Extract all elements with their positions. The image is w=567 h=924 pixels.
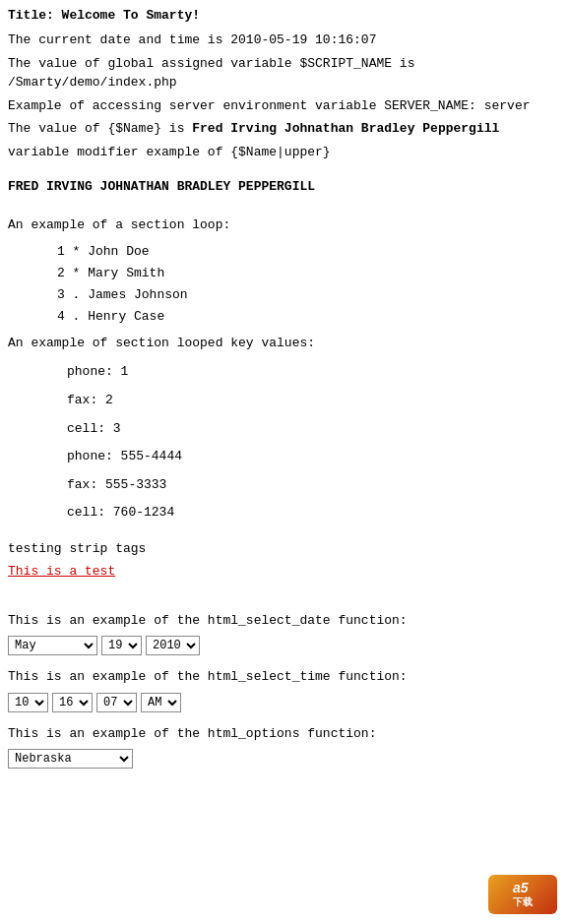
year-select[interactable]: 20082009201020112012 xyxy=(146,636,200,655)
month-select[interactable]: JanuaryFebruaryMarchAprilMayJuneJulyAugu… xyxy=(8,636,97,655)
html-options-label: This is an example of the html_options f… xyxy=(8,724,559,744)
list-item: 1 * John Doe xyxy=(57,241,559,263)
key-value-item: cell: 3 xyxy=(67,415,559,444)
key-values-list: phone: 1fax: 2cell: 3phone: 555-4444fax:… xyxy=(67,358,559,527)
key-value-item: fax: 2 xyxy=(67,387,559,415)
time-select-row: 123456789101112 000102030405060708091011… xyxy=(8,693,559,712)
name-value: Fred Irving Johnathan Bradley Peppergill xyxy=(192,121,499,136)
name-value-line: The value of {$Name} is Fred Irving John… xyxy=(8,119,559,139)
list-item: 2 * Mary Smith xyxy=(57,263,559,284)
date-select-row: JanuaryFebruaryMarchAprilMayJuneJulyAugu… xyxy=(8,636,559,655)
strip-link[interactable]: This is a test xyxy=(8,564,115,579)
list-item: 3 . James Johnson xyxy=(57,284,559,306)
modifier-line: variable modifier example of {$Name|uppe… xyxy=(8,143,559,162)
datetime-line: The current date and time is 2010-05-19 … xyxy=(8,31,559,50)
section-loop-list: 1 * John Doe2 * Mary Smith3 . James John… xyxy=(57,241,559,328)
ampm-select[interactable]: AMPM xyxy=(141,693,181,712)
key-values-label: An example of section looped key values: xyxy=(8,334,559,353)
second-select[interactable]: 0001020304050607080910 xyxy=(96,693,137,712)
key-value-item: phone: 555-4444 xyxy=(67,443,559,471)
hour-select[interactable]: 123456789101112 xyxy=(8,693,48,712)
page-title: Title: Welcome To Smarty! xyxy=(8,8,559,23)
html-select-time-label: This is an example of the html_select_ti… xyxy=(8,667,559,687)
options-select-row: AlabamaAlaskaArizonaArkansasCaliforniaCo… xyxy=(8,749,559,769)
day-select[interactable]: 1234567891011121314151617181920212223242… xyxy=(101,636,142,655)
list-item: 4 . Henry Case xyxy=(57,306,559,328)
state-select[interactable]: AlabamaAlaskaArizonaArkansasCaliforniaCo… xyxy=(8,749,133,769)
key-value-item: phone: 1 xyxy=(67,358,559,387)
script-name-line: The value of global assigned variable $S… xyxy=(8,54,559,92)
name-value-prefix: The value of {$Name} is xyxy=(8,121,192,136)
upper-name: FRED IRVING JOHNATHAN BRADLEY PEPPERGILL xyxy=(8,179,559,194)
strip-link-container: This is a test xyxy=(8,562,559,582)
html-select-date-label: This is an example of the html_select_da… xyxy=(8,611,559,631)
strip-label: testing strip tags xyxy=(8,539,559,559)
key-value-item: cell: 760-1234 xyxy=(67,499,559,527)
server-name-line: Example of accessing server environment … xyxy=(8,96,559,116)
section-loop-label: An example of a section loop: xyxy=(8,216,559,235)
key-value-item: fax: 555-3333 xyxy=(67,471,559,500)
minute-select[interactable]: 0001020304050607080910111213141516 xyxy=(52,693,93,712)
